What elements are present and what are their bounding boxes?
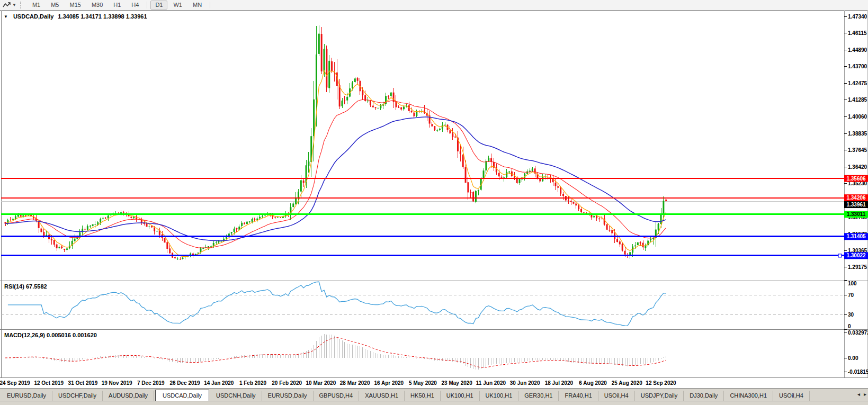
date-label: 14 Jan 2020 [204,380,234,386]
timeframe-button-mn[interactable]: MN [188,1,207,10]
date-label: 6 Aug 2020 [579,380,607,386]
chart-canvas[interactable]: 1.473401.461151.448901.437001.424751.412… [0,11,868,388]
chart-title: ▼ USDCAD,Daily 1.34085 1.34171 1.33898 1… [4,13,147,20]
date-label: 25 Aug 2020 [612,380,642,386]
date-label: 1 Feb 2020 [239,380,267,386]
date-label: 12 Oct 2019 [34,380,64,386]
chart-window: 1.473401.461151.448901.437001.424751.412… [0,11,868,388]
svg-text:1.36420: 1.36420 [848,164,867,170]
toolbar-separator [210,2,210,8]
timeframe-button-m15[interactable]: M15 [65,1,85,10]
rsi-indicator-label: RSI(14) 67.5582 [4,283,47,290]
svg-text:1.40060: 1.40060 [848,114,867,120]
svg-text:30: 30 [848,312,854,318]
chart-tab-usoil-h4[interactable]: USOil,H4 [773,391,810,401]
svg-text:1.33011: 1.33011 [847,211,866,217]
chart-tab-usdjpy-daily[interactable]: USDJPY,Daily [635,391,684,401]
svg-text:-0.018154: -0.018154 [848,369,868,375]
svg-text:0: 0 [848,323,851,329]
toolbar-separator [147,2,147,8]
chart-tab-dj30-daily[interactable]: DJ30,Daily [684,391,724,401]
svg-text:1.35606: 1.35606 [846,176,866,182]
svg-text:1.34206: 1.34206 [846,195,866,201]
chart-tab-fra40-h1[interactable]: FRA40,H1 [559,391,598,401]
chart-tab-uk100-h1[interactable]: UK100,H1 [441,391,480,401]
date-label: 26 Dec 2019 [169,380,200,386]
svg-text:0.00: 0.00 [848,355,858,361]
chart-tab-usdcad-daily[interactable]: USDCAD,Daily [155,390,209,401]
svg-text:1.41285: 1.41285 [848,97,867,103]
line-anchor-handle [838,254,842,257]
svg-text:1.42475: 1.42475 [848,80,867,86]
svg-text:1.30022: 1.30022 [846,253,866,258]
timeframe-button-d1[interactable]: D1 [150,1,167,10]
chart-ohlc-values: 1.34085 1.34171 1.33898 1.33961 [58,13,147,20]
chart-tab-usoil-h4[interactable]: USOil,H4 [598,391,635,401]
svg-text:0.032972: 0.032972 [848,330,868,336]
svg-text:1.43700: 1.43700 [848,64,867,69]
date-label: 11 Jun 2020 [476,380,506,386]
chart-tab-eurusd-daily[interactable]: EURUSD,Daily [1,391,52,401]
svg-text:1.44890: 1.44890 [848,47,867,53]
tab-bar-strip [0,401,868,405]
svg-text:1.37645: 1.37645 [848,147,867,153]
date-label: 18 Jul 2020 [545,380,574,386]
svg-text:1.33961: 1.33961 [846,202,866,208]
chart-symbol-label: USDCAD,Daily [13,13,53,20]
timeframe-button-m30[interactable]: M30 [87,1,108,10]
timeframe-button-w1[interactable]: W1 [168,1,187,10]
timeframe-button-m5[interactable]: M5 [46,1,64,10]
date-label: 7 Dec 2019 [137,380,165,386]
date-label: 12 Sep 2020 [646,380,676,386]
chart-mode-icon[interactable] [2,1,12,9]
chart-tab-china300-h1[interactable]: CHINA300,H1 [724,391,773,401]
macd-indicator-label: MACD(12,26,9) 0.005016 0.001620 [4,332,97,338]
timeframe-button-h4[interactable]: H4 [127,1,144,10]
svg-text:1.29175: 1.29175 [848,264,867,270]
date-label: 20 Feb 2020 [272,380,302,386]
chart-tab-usdcnh-daily[interactable]: USDCNH,Daily [210,391,262,401]
toolbar-grip[interactable] [20,2,24,8]
tab-scroll-left-icon[interactable]: ◂ [857,391,860,397]
date-label: 5 May 2020 [409,380,437,386]
svg-text:100: 100 [848,281,857,286]
chart-tab-audusd-daily[interactable]: AUDUSD,Daily [103,391,154,401]
date-label: 19 Nov 2019 [102,380,132,386]
svg-text:70: 70 [848,292,854,298]
svg-text:1.31405: 1.31405 [846,233,866,239]
date-label: 30 Jun 2020 [510,380,540,386]
date-label: 24 Sep 2019 [0,380,30,386]
date-label: 10 Mar 2020 [306,380,336,386]
date-label: 31 Oct 2019 [68,380,98,386]
date-label: 16 Apr 2020 [374,380,404,386]
chart-tab-bar: EURUSD,DailyUSDCHF,DailyAUDUSD,DailyUSDC… [0,388,868,405]
svg-text:1.46115: 1.46115 [848,30,867,36]
chart-tab-xauusd-h1[interactable]: XAUUSD,H1 [359,391,405,401]
chart-tab-ger30-h1[interactable]: GER30,H1 [518,391,559,401]
chart-tab-gbpusd-h4[interactable]: GBPUSD,H4 [314,391,360,401]
chart-tab-hk50-h1[interactable]: HK50,H1 [405,391,441,401]
svg-text:1.38835: 1.38835 [848,131,867,137]
collapse-panel-icon[interactable]: ▼ [4,14,8,19]
chart-tab-usdchf-daily[interactable]: USDCHF,Daily [52,391,103,401]
timeframe-button-h1[interactable]: H1 [109,1,126,10]
mt4-window: ▼ M1M5M15M30H1H4D1W1MN 1.473401.461151.4… [0,0,868,405]
chart-tab-eurusd-daily[interactable]: EURUSD,Daily [262,391,314,401]
date-label: 28 Mar 2020 [340,380,370,386]
svg-text:1.47340: 1.47340 [848,14,867,20]
timeframe-toolbar: ▼ M1M5M15M30H1H4D1W1MN [0,0,868,11]
tab-scroll-right-icon[interactable]: ▸ [864,391,866,397]
timeframe-button-m1[interactable]: M1 [28,1,45,10]
chart-tab-uk100-h1[interactable]: UK100,H1 [480,391,519,401]
chevron-down-icon[interactable]: ▼ [12,3,16,7]
date-label: 23 May 2020 [442,380,473,386]
